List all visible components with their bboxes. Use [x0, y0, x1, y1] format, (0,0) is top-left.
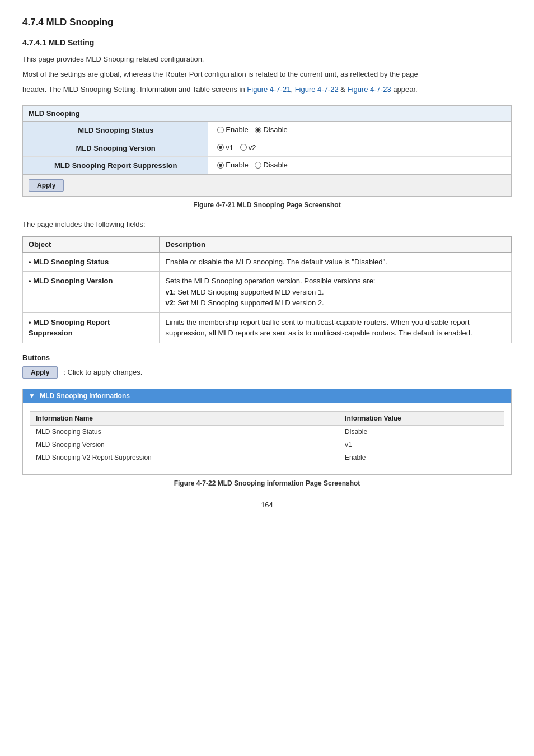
config-label-version: MLD Snooping Version [23, 139, 208, 157]
figure-22-caption: Figure 4-7-22 MLD Snooping information P… [22, 479, 512, 487]
radio-version-v1[interactable]: v1 [217, 143, 233, 152]
description-2: Most of the settings are global, whereas… [22, 69, 512, 81]
config-value-status: Enable Disable [208, 122, 511, 139]
desc-object-version: • MLD Snooping Version [23, 272, 160, 313]
info-row-version: MLD Snooping Version v1 [30, 438, 504, 451]
page-number: 164 [22, 501, 512, 509]
info-table-header-row: Information Name Information Value [30, 411, 504, 425]
radio-circle-version-v2 [240, 144, 247, 151]
desc-v2-label: v2 [165, 298, 173, 307]
desc-row-suppression: • MLD Snooping Report Suppression Limits… [23, 312, 512, 343]
radio-circle-suppression-enable [217, 162, 224, 169]
config-label-suppression: MLD Snooping Report Suppression [23, 157, 208, 174]
info-row-status: MLD Snooping Status Disable [30, 425, 504, 438]
radio-version-v2[interactable]: v2 [240, 143, 256, 152]
desc-description-version: Sets the MLD Snooping operation version.… [160, 272, 512, 313]
info-name-suppression: MLD Snooping V2 Report Suppression [30, 451, 339, 464]
figure-21-caption: Figure 4-7-21 MLD Snooping Page Screensh… [22, 201, 512, 209]
radio-label-suppression-enable: Enable [226, 161, 248, 169]
config-box-title: MLD Snooping [23, 106, 511, 122]
description-1: This page provides MLD Snooping related … [22, 54, 512, 66]
info-value-version: v1 [339, 438, 504, 451]
radio-label-status-enable: Enable [226, 125, 248, 134]
figure-21-caption-bold: Figure 4-7-21 MLD Snooping Page Screensh… [193, 201, 340, 209]
desc-3-end: appear. [393, 85, 417, 94]
buttons-apply-desc: : Click to apply changes. [63, 368, 142, 376]
buttons-section: Buttons Apply : Click to apply changes. [22, 353, 512, 379]
desc-object-version-label: • MLD Snooping Version [29, 277, 113, 285]
link-figure-23[interactable]: Figure 4-7-23 [348, 85, 391, 94]
info-table-header-value: Information Value [339, 411, 504, 425]
info-box-title-text: MLD Snooping Informations [40, 392, 130, 400]
info-row-suppression: MLD Snooping V2 Report Suppression Enabl… [30, 451, 504, 464]
desc-description-status: Enable or disable the MLD snooping. The … [160, 252, 512, 272]
desc-object-status-label: • MLD Snooping Status [29, 258, 109, 266]
info-box-title: ▼ MLD Snooping Informations [23, 389, 511, 403]
buttons-row: Apply : Click to apply changes. [22, 366, 512, 379]
triangle-icon: ▼ [29, 392, 35, 400]
desc-object-suppression: • MLD Snooping Report Suppression [23, 312, 160, 343]
info-table-header-name: Information Name [30, 411, 339, 425]
link-figure-21[interactable]: Figure 4-7-21 [247, 85, 291, 94]
config-row-suppression: MLD Snooping Report Suppression Enable D… [23, 157, 511, 174]
fields-intro: The page includes the following fields: [22, 219, 512, 231]
desc-table-header-description: Description [160, 236, 512, 252]
config-apply-bar: Apply [23, 174, 511, 196]
radio-label-version-v2: v2 [249, 143, 256, 152]
info-table: Information Name Information Value MLD S… [30, 411, 504, 464]
radio-suppression-enable[interactable]: Enable [217, 161, 248, 169]
buttons-section-label: Buttons [22, 353, 512, 362]
config-label-status: MLD Snooping Status [23, 122, 208, 139]
radio-status-disable[interactable]: Disable [255, 125, 287, 134]
config-row-status: MLD Snooping Status Enable Disable [23, 122, 511, 139]
description-table: Object Description • MLD Snooping Status… [22, 236, 512, 343]
link-figure-22[interactable]: Figure 4-7-22 [295, 85, 339, 94]
radio-suppression-disable[interactable]: Disable [255, 161, 287, 169]
radio-label-suppression-disable: Disable [263, 161, 287, 169]
info-table-wrap: Information Name Information Value MLD S… [23, 403, 511, 474]
info-value-suppression: Enable [339, 451, 504, 464]
desc-row-status: • MLD Snooping Status Enable or disable … [23, 252, 512, 272]
desc-row-version: • MLD Snooping Version Sets the MLD Snoo… [23, 272, 512, 313]
info-name-status: MLD Snooping Status [30, 425, 339, 438]
desc-table-header-object: Object [23, 236, 160, 252]
radio-label-status-disable: Disable [263, 125, 287, 134]
section-subtitle: 4.7.4.1 MLD Setting [22, 38, 512, 47]
info-name-version: MLD Snooping Version [30, 438, 339, 451]
desc-3-text: header. The MLD Snooping Setting, Inform… [22, 85, 245, 94]
radio-circle-status-enable [217, 127, 224, 133]
desc-table-header-row: Object Description [23, 236, 512, 252]
config-row-version: MLD Snooping Version v1 v2 [23, 139, 511, 157]
radio-circle-version-v1 [217, 144, 224, 151]
radio-circle-status-disable [255, 127, 261, 133]
figure-22-caption-bold: Figure 4-7-22 MLD Snooping information P… [174, 479, 360, 487]
page-title: 4.7.4 MLD Snooping [22, 17, 512, 28]
config-value-version: v1 v2 [208, 139, 511, 157]
desc-description-suppression: Limits the membership report traffic sen… [160, 312, 512, 343]
desc-object-suppression-label: • MLD Snooping Report Suppression [29, 318, 110, 338]
info-value-status: Disable [339, 425, 504, 438]
description-3: header. The MLD Snooping Setting, Inform… [22, 84, 512, 96]
buttons-apply-button[interactable]: Apply [22, 366, 58, 379]
config-apply-button[interactable]: Apply [29, 179, 64, 192]
radio-circle-suppression-disable [255, 162, 261, 169]
radio-label-version-v1: v1 [226, 143, 233, 152]
config-table: MLD Snooping Status Enable Disable MLD S… [23, 122, 511, 174]
desc-v1-label: v1 [165, 288, 173, 296]
mld-snooping-config-box: MLD Snooping MLD Snooping Status Enable … [22, 105, 512, 197]
config-value-suppression: Enable Disable [208, 157, 511, 174]
mld-info-box: ▼ MLD Snooping Informations Information … [22, 389, 512, 475]
desc-object-status: • MLD Snooping Status [23, 252, 160, 272]
radio-status-enable[interactable]: Enable [217, 125, 248, 134]
